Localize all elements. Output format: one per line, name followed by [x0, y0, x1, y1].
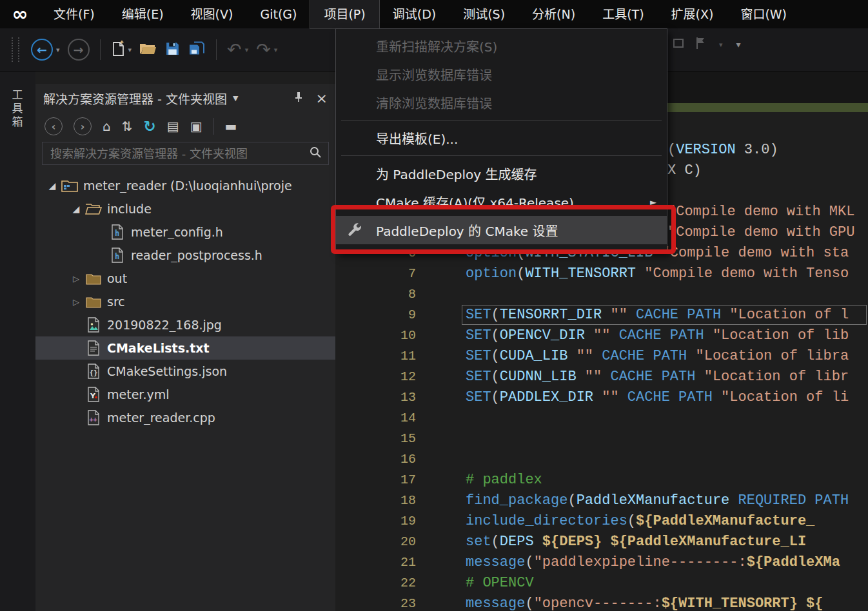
tree-item-20190822_168.jpg[interactable]: 20190822_168.jpg [35, 313, 335, 336]
code-line[interactable]: 22# OPENCV [335, 573, 868, 594]
search-input[interactable] [49, 146, 309, 161]
menu-project[interactable]: 项目(P) [310, 0, 379, 28]
tree-item-meter.yml[interactable]: Ymeter.yml [35, 383, 335, 406]
tree-item-src[interactable]: ▷src [35, 290, 335, 313]
line-number[interactable]: 16 [335, 449, 416, 470]
collapsed-arrow-icon[interactable]: ▷ [68, 274, 84, 284]
dropdown-caret-icon[interactable]: ▾ [56, 46, 60, 54]
code-line[interactable]: 9SET(TENSORRT_DIR "" CACHE PATH "Locatio… [335, 305, 868, 325]
menu-edit[interactable]: 编辑(E) [108, 0, 177, 28]
toolbar-extra-icon[interactable] [672, 37, 685, 52]
toolbar-grip-handle[interactable] [12, 37, 19, 62]
menu-debug[interactable]: 调试(D) [379, 0, 449, 28]
save-button[interactable] [164, 37, 181, 63]
line-number[interactable]: 19 [335, 511, 416, 532]
line-number[interactable]: 17 [335, 470, 416, 490]
menu-test[interactable]: 测试(S) [449, 0, 518, 28]
code-line[interactable]: 20set(DEPS ${DEPS} ${PaddleXManufacture_… [335, 532, 868, 552]
save-all-button[interactable] [188, 37, 206, 63]
line-number[interactable]: 23 [335, 594, 416, 611]
new-file-button[interactable]: ▾ [111, 37, 132, 63]
tree-item-meter_reader-d-luoqianhui-proje[interactable]: ◢meter_reader (D:\luoqianhui\proje [35, 174, 335, 197]
project-menu-item-generic[interactable]: 为 PaddleDeploy 生成缓存 [336, 159, 667, 188]
pin-icon[interactable] [293, 91, 304, 105]
search-icon[interactable] [309, 146, 322, 161]
sync-active-document-icon[interactable]: ▤ [167, 118, 179, 135]
line-number[interactable]: 18 [335, 490, 416, 511]
tree-item-meter_config.h[interactable]: hmeter_config.h [35, 220, 335, 244]
menu-file[interactable]: 文件(F) [40, 0, 108, 28]
tree-item-label: 20190822_168.jpg [107, 318, 222, 332]
code-line[interactable]: 21message("paddlexpipeline--------:${Pad… [335, 552, 868, 573]
code-line[interactable]: 15 [335, 429, 868, 449]
tree-item-include[interactable]: ◢include [35, 197, 335, 220]
redo-button[interactable]: ↷▾ [256, 37, 277, 63]
line-number[interactable]: 15 [335, 429, 416, 449]
code-line[interactable]: 13SET(PADDLEX_DIR "" CACHE PATH "Locatio… [335, 387, 868, 408]
menu-tools[interactable]: 工具(T) [589, 0, 657, 28]
toolbar-dropdown-caret-icon[interactable]: ▾ [719, 41, 723, 49]
line-number[interactable]: 11 [335, 346, 416, 367]
nav-forward-icon[interactable]: › [74, 117, 92, 135]
line-number[interactable]: 12 [335, 367, 416, 387]
project-menu-item-generic[interactable]: CMake 缓存(A)(仅 x64-Release)► [336, 188, 667, 216]
pin-bar-icon[interactable]: ▬ [225, 118, 237, 135]
switch-views-icon[interactable]: ⇅ [122, 118, 133, 135]
expanded-arrow-icon[interactable]: ◢ [44, 180, 60, 191]
code-line[interactable]: 10SET(OPENCV_DIR "" CACHE PATH "Location… [335, 325, 868, 346]
dropdown-caret-icon[interactable]: ▾ [274, 46, 278, 54]
line-number[interactable]: 9 [335, 305, 416, 325]
line-number[interactable]: 20 [335, 532, 416, 552]
tree-item-reader_postprocess.h[interactable]: hreader_postprocess.h [35, 244, 335, 267]
project-menu-item-paddledeploy-cmake-settings[interactable]: PaddleDeploy 的 CMake 设置 [336, 216, 667, 244]
line-number[interactable]: 22 [335, 573, 416, 594]
menu-view[interactable]: 视图(V) [177, 0, 247, 28]
collapsed-arrow-icon[interactable]: ▷ [68, 297, 84, 307]
menu-analyze[interactable]: 分析(N) [518, 0, 589, 28]
tree-item-label: meter_reader.cpp [107, 411, 215, 425]
line-number[interactable]: 7 [335, 264, 416, 284]
toolbox-vertical-tab[interactable]: 工具箱 [11, 89, 25, 130]
toolbar-flag-icon[interactable] [695, 37, 705, 52]
code-line[interactable]: 8 [335, 284, 868, 305]
menu-window[interactable]: 窗口(W) [727, 0, 800, 28]
menu-git[interactable]: Git(G) [246, 0, 310, 28]
code-line[interactable]: 7option(WITH_TENSORRT "Compile demo with… [335, 264, 868, 284]
code-line[interactable]: 17# paddlex [335, 470, 868, 490]
code-line[interactable]: 16 [335, 449, 868, 470]
tree-item-cmakelists.txt[interactable]: CMakeLists.txt [35, 336, 335, 360]
refresh-icon[interactable]: ↻ [143, 118, 155, 135]
code-line[interactable]: 11SET(CUDA_LIB "" CACHE PATH "Location o… [335, 346, 868, 367]
open-folder-button[interactable] [139, 37, 157, 63]
line-number[interactable]: 14 [335, 408, 416, 429]
project-menu-item-generic[interactable]: 重新扫描解决方案(S) [336, 32, 667, 60]
line-number[interactable]: 21 [335, 552, 416, 573]
dropdown-caret-icon[interactable]: ▾ [245, 46, 249, 54]
undo-button[interactable]: ↶▾ [227, 37, 248, 63]
home-icon[interactable]: ⌂ [103, 118, 111, 135]
code-line[interactable]: 14 [335, 408, 868, 429]
navigate-back-button[interactable]: ←▾ [31, 37, 60, 63]
project-menu-item-generic[interactable]: 清除浏览数据库错误 [336, 88, 667, 117]
project-menu-item-generic[interactable]: 显示浏览数据库错误 [336, 60, 667, 88]
line-number[interactable]: 13 [335, 387, 416, 408]
navigate-forward-button[interactable]: → [68, 37, 90, 63]
menu-extensions[interactable]: 扩展(X) [658, 0, 727, 28]
tree-item-out[interactable]: ▷out [35, 267, 335, 290]
close-icon[interactable]: × [316, 90, 328, 106]
title-dropdown-caret-icon[interactable]: ▼ [233, 94, 238, 102]
nav-back-icon[interactable]: ‹ [44, 117, 63, 135]
code-line[interactable]: 18find_package(PaddleXManufacture REQUIR… [335, 490, 868, 511]
tree-item-cmakesettings.json[interactable]: {}CMakeSettings.json [35, 360, 335, 383]
tree-item-meter_reader.cpp[interactable]: ++meter_reader.cpp [35, 406, 335, 429]
toolbar-overflow-icon[interactable]: ▾ [736, 39, 741, 50]
project-menu-item-generic[interactable]: 导出模板(E)... [336, 124, 667, 152]
code-line[interactable]: 23message("opencv-------:${WITH_TENSORRT… [335, 594, 868, 611]
dropdown-caret-icon[interactable]: ▾ [128, 46, 132, 54]
line-number[interactable]: 8 [335, 284, 416, 305]
line-number[interactable]: 10 [335, 325, 416, 346]
collapse-all-icon[interactable]: ▣ [190, 118, 202, 135]
code-line[interactable]: 19include_directories(${PaddleXManufactu… [335, 511, 868, 532]
expanded-arrow-icon[interactable]: ◢ [68, 204, 84, 214]
code-line[interactable]: 12SET(CUDNN_LIB "" CACHE PATH "Location … [335, 367, 868, 387]
